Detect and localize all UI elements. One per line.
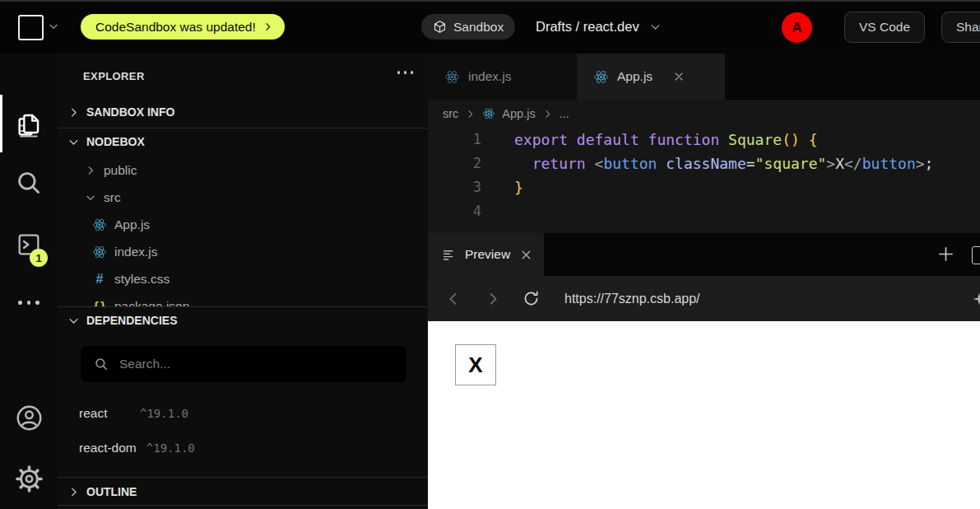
file-app-js[interactable]: App.js <box>58 211 428 238</box>
divider <box>58 477 428 478</box>
package-name: react <box>79 406 130 421</box>
add-devtool-icon[interactable] <box>936 245 955 264</box>
codesandbox-logo[interactable] <box>18 15 44 40</box>
breadcrumb-more[interactable]: ... <box>560 107 569 120</box>
line-number: 3 <box>428 175 481 199</box>
open-window-icon[interactable] <box>972 246 980 264</box>
file-package-json[interactable]: {} package.json <box>58 292 428 306</box>
react-file-icon <box>482 107 495 120</box>
folder-label: public <box>104 163 137 178</box>
css-hash-icon: # <box>92 272 107 287</box>
more-options-icon[interactable] <box>0 301 58 305</box>
react-file-icon <box>444 69 460 85</box>
section-nodebox[interactable]: NODEBOX <box>58 131 428 152</box>
chevron-down-icon <box>85 192 96 203</box>
preview-viewport: X <box>428 321 980 509</box>
divider <box>58 306 428 307</box>
close-preview-icon[interactable] <box>519 248 533 262</box>
avatar[interactable]: A <box>782 12 812 43</box>
settings-gear-icon[interactable] <box>0 465 58 493</box>
explorer-files-icon[interactable] <box>0 111 58 139</box>
workspace-chevron-down-icon[interactable] <box>48 21 59 32</box>
breadcrumb-file[interactable]: App.js <box>502 107 535 120</box>
project-breadcrumb[interactable]: Drafts / react.dev <box>536 0 662 54</box>
codesandbox-window: CodeSandbox was updated! Sandbox Drafts … <box>0 0 980 509</box>
sandbox-badge-label: Sandbox <box>453 20 504 35</box>
code-line[interactable]: 2 return <button className="square">X</b… <box>428 152 980 175</box>
sparkle-icon[interactable] <box>971 291 980 307</box>
chevron-down-icon <box>67 315 80 327</box>
avatar-letter: A <box>792 20 801 36</box>
update-banner[interactable]: CodeSandbox was updated! <box>81 14 285 40</box>
line-number: 1 <box>428 128 481 152</box>
section-sandbox-info[interactable]: SANDBOX INFO <box>58 101 428 123</box>
chevron-right-icon <box>67 486 80 498</box>
divider <box>58 505 428 506</box>
preview-navbar: https://77sznp.csb.app/ <box>428 276 980 321</box>
tab-label: App.js <box>617 69 653 84</box>
file-label: index.js <box>114 245 158 259</box>
top-header: CodeSandbox was updated! Sandbox Drafts … <box>0 0 980 54</box>
editor-breadcrumb[interactable]: src App.js ... <box>428 100 980 128</box>
share-button-label: Share <box>956 20 980 35</box>
preview-tabs-row: Preview <box>428 233 980 276</box>
sandbox-badge[interactable]: Sandbox <box>421 14 515 40</box>
explorer-title: EXPLORER <box>58 66 428 86</box>
line-number: 2 <box>428 152 481 175</box>
folder-public[interactable]: public <box>58 156 428 184</box>
terminal-icon[interactable] <box>0 231 58 258</box>
search-icon <box>94 357 109 371</box>
account-icon[interactable] <box>0 404 58 432</box>
tab-app-js[interactable]: App.js <box>577 54 725 100</box>
code-line[interactable]: 4 <box>428 199 980 223</box>
tab-preview[interactable]: Preview <box>428 233 544 276</box>
square-button[interactable]: X <box>455 344 496 385</box>
explorer-sidebar: EXPLORER SANDBOX INFO NODEBOX public src… <box>58 54 428 509</box>
chevron-right-icon <box>67 106 80 119</box>
square-button-label: X <box>468 353 482 378</box>
tab-index-js[interactable]: index.js <box>428 54 577 100</box>
file-index-js[interactable]: index.js <box>58 238 428 265</box>
forward-icon[interactable] <box>479 290 507 308</box>
chevron-right-icon <box>465 109 476 119</box>
package-version: ^19.1.0 <box>146 441 195 455</box>
back-icon[interactable] <box>439 290 467 308</box>
breadcrumb-folder[interactable]: src <box>443 107 458 120</box>
section-dependencies[interactable]: DEPENDENCIES <box>58 310 428 331</box>
react-file-icon <box>593 69 609 85</box>
dependency-search <box>81 346 406 382</box>
json-braces-icon: {} <box>92 300 107 307</box>
dependency-search-input[interactable] <box>118 356 393 372</box>
dependency-react[interactable]: react ^19.1.0 <box>79 406 188 421</box>
preview-url[interactable]: https://77sznp.csb.app/ <box>564 292 700 306</box>
react-file-icon <box>92 245 107 259</box>
section-label: SANDBOX INFO <box>86 105 174 119</box>
vscode-button[interactable]: VS Code <box>844 12 925 43</box>
code-line[interactable]: 3} <box>428 175 980 199</box>
section-label: OUTLINE <box>86 485 137 498</box>
code-line[interactable]: 1export default function Square() { <box>428 128 980 152</box>
close-tab-icon[interactable] <box>672 70 685 83</box>
explorer-more-icon[interactable] <box>397 71 414 74</box>
update-banner-label: CodeSandbox was updated! <box>95 20 256 35</box>
section-label: NODEBOX <box>86 135 145 148</box>
file-label: styles.css <box>114 272 170 287</box>
project-breadcrumb-label: Drafts / react.dev <box>536 19 639 35</box>
folder-src[interactable]: src <box>58 184 428 211</box>
dependency-react-dom[interactable]: react-dom ^19.1.0 <box>79 441 195 455</box>
vscode-button-label: VS Code <box>859 20 910 35</box>
react-file-icon <box>92 217 107 232</box>
file-tree: public src App.js index.js # styles.css … <box>58 156 428 306</box>
chevron-down-icon <box>67 136 80 148</box>
chevron-down-icon[interactable] <box>649 21 662 33</box>
section-outline[interactable]: OUTLINE <box>58 481 428 502</box>
folder-label: src <box>104 190 121 205</box>
share-button[interactable]: Share <box>941 12 980 43</box>
refresh-icon[interactable] <box>517 289 545 308</box>
line-number: 4 <box>428 199 481 223</box>
section-label: DEPENDENCIES <box>86 314 177 327</box>
search-icon[interactable] <box>0 169 58 197</box>
file-styles-css[interactable]: # styles.css <box>58 265 428 292</box>
code-editor[interactable]: 1export default function Square() {2 ret… <box>428 128 980 233</box>
code-lines: 1export default function Square() {2 ret… <box>428 128 980 223</box>
